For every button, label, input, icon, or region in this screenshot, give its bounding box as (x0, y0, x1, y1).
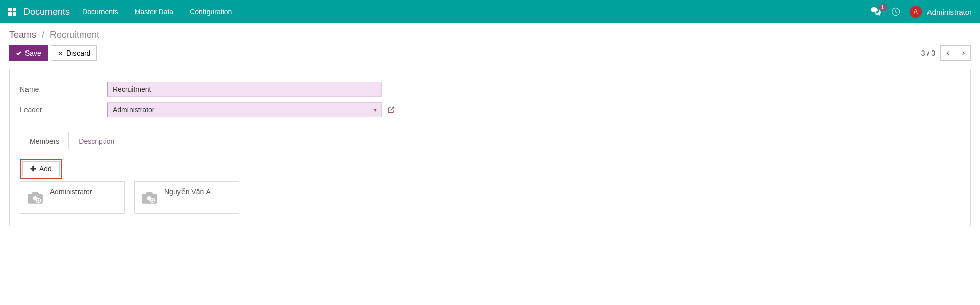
member-cards: Administrator Nguyễn Văn A (20, 181, 960, 214)
apps-icon[interactable] (8, 8, 16, 16)
name-input[interactable] (107, 82, 382, 97)
tab-members[interactable]: Members (20, 132, 69, 150)
breadcrumb-parent[interactable]: Teams (9, 30, 36, 40)
breadcrumb: Teams / Recruitment (9, 30, 971, 40)
nav-link-documents[interactable]: Documents (82, 8, 118, 16)
member-name: Administrator (50, 188, 92, 196)
pager-text: 3 / 3 (921, 49, 935, 57)
save-button-label: Save (25, 49, 41, 57)
check-icon (16, 50, 22, 56)
pager-next-button[interactable] (956, 45, 971, 61)
external-link-icon (387, 106, 395, 114)
member-card[interactable]: Administrator (20, 181, 125, 214)
close-icon (58, 50, 63, 56)
breadcrumb-current: Recruitment (50, 30, 99, 40)
chevron-left-icon (946, 49, 951, 57)
breadcrumb-separator: / (42, 30, 44, 40)
camera-placeholder-icon (141, 190, 158, 205)
chevron-right-icon (961, 49, 966, 57)
form-sheet: Name Leader ▼ Members Description (9, 69, 971, 226)
add-button-highlight: ✚ Add (20, 159, 62, 179)
top-navbar: Documents Documents Master Data Configur… (0, 0, 980, 23)
nav-link-master-data[interactable]: Master Data (135, 8, 173, 16)
member-card[interactable]: Nguyễn Văn A (134, 181, 239, 214)
external-link-button[interactable] (387, 106, 395, 114)
user-avatar: A (910, 6, 922, 18)
add-button-label: Add (39, 165, 52, 173)
notification-badge: 1 (878, 4, 887, 11)
plus-icon: ✚ (30, 165, 36, 173)
discard-button-label: Discard (66, 49, 90, 57)
tab-description[interactable]: Description (69, 132, 124, 150)
members-tab-content: ✚ Add Administrator Nguyễn Văn A (20, 150, 960, 214)
leader-input[interactable] (107, 102, 382, 117)
discard-button[interactable]: Discard (51, 45, 97, 61)
tabs: Members Description (20, 132, 960, 150)
pager-prev-button[interactable] (940, 45, 956, 61)
username-label: Administrator (927, 8, 972, 16)
camera-placeholder-icon (27, 190, 44, 205)
save-button[interactable]: Save (9, 45, 48, 61)
user-menu[interactable]: A Administrator (910, 6, 972, 18)
brand-title[interactable]: Documents (23, 7, 70, 17)
add-member-button[interactable]: ✚ Add (22, 161, 60, 176)
action-bar: Save Discard 3 / 3 (9, 45, 971, 61)
messages-button[interactable]: 1 (871, 7, 882, 16)
member-name: Nguyễn Văn A (164, 188, 211, 196)
nav-links: Documents Master Data Configuration (82, 8, 232, 16)
pager: 3 / 3 (921, 45, 971, 61)
clock-icon[interactable] (891, 7, 900, 16)
leader-label: Leader (20, 106, 107, 114)
nav-link-configuration[interactable]: Configuration (190, 8, 232, 16)
name-label: Name (20, 85, 107, 93)
